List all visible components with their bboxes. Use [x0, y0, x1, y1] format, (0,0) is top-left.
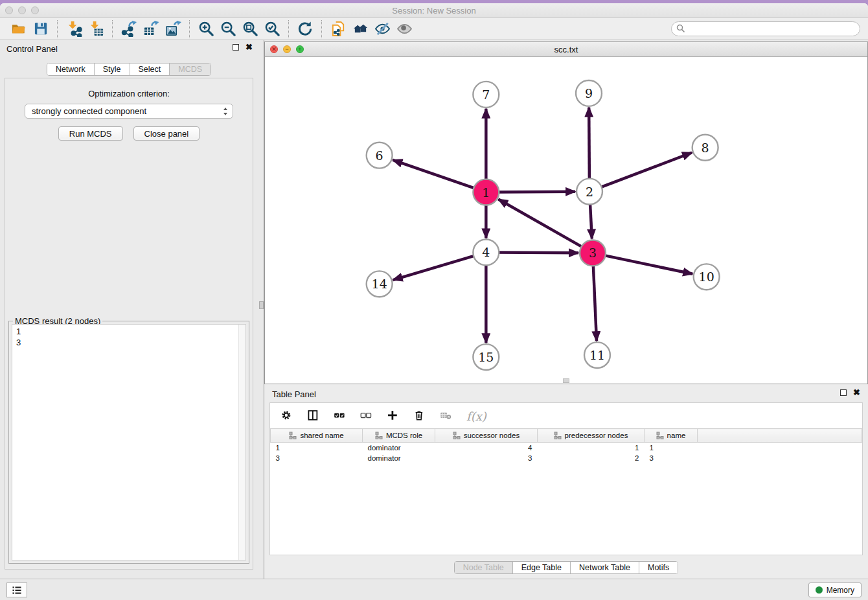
table-row[interactable]: 1dominator411: [271, 443, 862, 453]
table-cell[interactable]: dominator: [363, 443, 435, 453]
float-panel-icon[interactable]: [233, 44, 239, 51]
tab-network[interactable]: Network: [47, 63, 94, 75]
vertical-splitter[interactable]: [258, 40, 264, 579]
attribute-icon: [289, 432, 297, 439]
result-scrollbar[interactable]: [238, 325, 246, 560]
node-label-11: 11: [589, 348, 605, 362]
table-cell[interactable]: 1: [271, 443, 363, 453]
mcds-result-textarea[interactable]: 1 3: [12, 324, 246, 560]
export-image-button[interactable]: [162, 19, 184, 39]
table-cell[interactable]: 2: [538, 453, 645, 463]
show-panel-button[interactable]: [393, 19, 415, 39]
zoom-selected-button[interactable]: [261, 19, 283, 39]
table-cell[interactable]: 3: [435, 453, 538, 463]
zoom-fit-button[interactable]: [239, 19, 261, 39]
control-panel-header: Control Panel ✖: [0, 40, 258, 57]
table-cell[interactable]: 3: [645, 453, 698, 463]
edge-4-3[interactable]: [486, 252, 578, 253]
node-15[interactable]: 15: [473, 344, 499, 370]
table-cell[interactable]: dominator: [363, 453, 435, 463]
columns-button[interactable]: [307, 410, 321, 423]
tab-style[interactable]: Style: [94, 63, 130, 75]
delete-row-icon: [413, 410, 427, 423]
column-header-successor-nodes[interactable]: successor nodes: [435, 429, 538, 443]
edge-1-6[interactable]: [393, 160, 486, 192]
edge-2-8[interactable]: [589, 153, 692, 192]
table-cell[interactable]: 1: [538, 443, 645, 453]
table-panel: Table Panel ✖ f(x) shared nameMCDS roles…: [264, 386, 868, 579]
table-cell[interactable]: 4: [435, 443, 538, 453]
settings-button[interactable]: [280, 410, 294, 423]
add-row-button[interactable]: [387, 410, 400, 423]
node-4[interactable]: 4: [473, 239, 499, 265]
deselect-all-button[interactable]: [360, 410, 374, 423]
table-tab-node-table[interactable]: Node Table: [455, 562, 512, 573]
table-row[interactable]: 3dominator323: [271, 453, 862, 463]
function-builder-button[interactable]: f(x): [466, 410, 486, 423]
node-2[interactable]: 2: [577, 179, 602, 205]
node-14[interactable]: 14: [367, 271, 393, 297]
save-session-button[interactable]: [30, 19, 52, 39]
search-input[interactable]: [671, 21, 860, 36]
node-9[interactable]: 9: [576, 80, 602, 106]
export-network-button[interactable]: [118, 19, 140, 39]
select-all-icon: [334, 410, 347, 423]
table-cell[interactable]: 3: [271, 453, 363, 463]
node-10[interactable]: 10: [694, 264, 720, 290]
node-6[interactable]: 6: [367, 143, 393, 168]
memory-button[interactable]: Memory: [808, 583, 862, 597]
toolbar-separator: [57, 20, 58, 38]
edges-layer: [393, 108, 692, 343]
node-3[interactable]: 3: [580, 240, 606, 266]
node-1[interactable]: 1: [473, 179, 499, 205]
edge-3-1[interactable]: [498, 199, 593, 253]
table-tab-motifs[interactable]: Motifs: [639, 562, 678, 573]
zoom-in-button[interactable]: [195, 19, 217, 39]
splitter-grip[interactable]: [259, 301, 264, 309]
home-button[interactable]: [349, 19, 371, 39]
import-table-button[interactable]: [85, 19, 107, 39]
delete-row-button[interactable]: [413, 410, 427, 423]
network-window: ✕ − + scc.txt 1234678910111415: [264, 41, 868, 384]
delete-table-button[interactable]: [440, 410, 453, 423]
column-header-MCDS-role[interactable]: MCDS role: [363, 429, 435, 443]
node-11[interactable]: 11: [584, 342, 610, 368]
table-tab-edge-table[interactable]: Edge Table: [512, 562, 570, 573]
network-graph[interactable]: 1234678910111415: [265, 57, 867, 384]
criterion-select[interactable]: strongly connected component: [25, 104, 233, 119]
close-table-panel-icon[interactable]: ✖: [853, 389, 860, 396]
attribute-icon: [656, 432, 664, 439]
node-7[interactable]: 7: [473, 82, 499, 108]
import-network-button[interactable]: [63, 19, 85, 39]
close-panel-icon[interactable]: ✖: [246, 44, 253, 51]
canvas-scroll-grip[interactable]: [563, 378, 569, 383]
open-file-button[interactable]: [8, 19, 30, 39]
zoom-fit-icon: [242, 21, 258, 37]
float-table-panel-icon[interactable]: [840, 389, 847, 396]
run-mcds-button[interactable]: Run MCDS: [58, 126, 123, 141]
close-panel-button[interactable]: Close panel: [133, 126, 200, 141]
network-canvas[interactable]: 1234678910111415: [265, 57, 867, 384]
column-header-predecessor-nodes[interactable]: predecessor nodes: [538, 429, 645, 443]
network-window-title: scc.txt: [265, 45, 867, 54]
edge-4-14[interactable]: [393, 252, 486, 280]
node-label-4: 4: [482, 245, 490, 259]
hide-panel-icon: [374, 21, 391, 37]
mcds-panel: Optimization criterion: strongly connect…: [5, 78, 253, 570]
table-tab-network-table[interactable]: Network Table: [570, 562, 639, 573]
select-all-button[interactable]: [334, 410, 347, 423]
node-label-14: 14: [372, 277, 387, 291]
refresh-button[interactable]: [294, 19, 316, 39]
hide-panel-button[interactable]: [371, 19, 393, 39]
zoom-out-button[interactable]: [217, 19, 239, 39]
export-table-button[interactable]: [140, 19, 162, 39]
task-history-button[interactable]: [6, 583, 27, 597]
table-cell[interactable]: 1: [645, 443, 698, 453]
node-8[interactable]: 8: [692, 135, 718, 161]
column-header-name[interactable]: name: [645, 429, 698, 443]
column-header-shared-name[interactable]: shared name: [271, 429, 363, 443]
edge-3-10[interactable]: [593, 253, 692, 273]
tab-select[interactable]: Select: [130, 63, 170, 75]
duplicate-network-button[interactable]: [327, 19, 349, 39]
tab-mcds[interactable]: MCDS: [169, 63, 211, 75]
